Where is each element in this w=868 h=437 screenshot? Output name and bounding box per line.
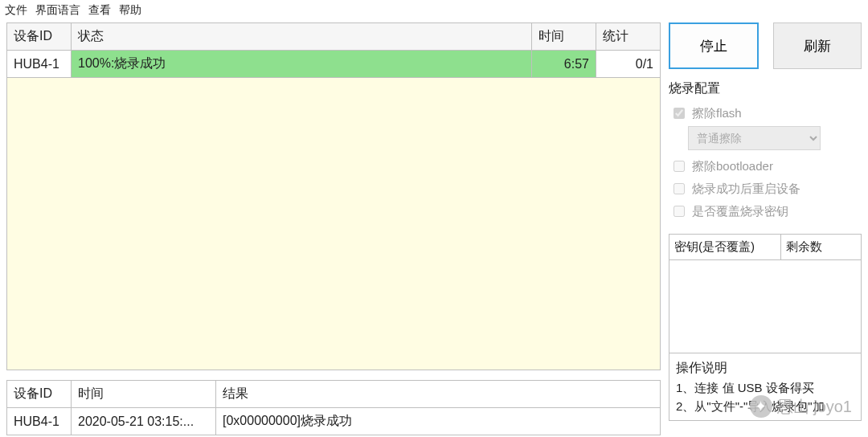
chk-erase-bootloader-input[interactable]	[674, 161, 685, 172]
log-row[interactable]: HUB4-1 2020-05-21 03:15:... [0x00000000]…	[7, 408, 661, 435]
table-row[interactable]: HUB4-1 100%:烧录成功 6:57 0/1	[7, 51, 661, 78]
chk-overwrite-key-input[interactable]	[674, 206, 685, 217]
chk-reboot-label: 烧录成功后重启设备	[692, 182, 800, 197]
cell-device-id: HUB4-1	[7, 51, 72, 78]
cell-status: 100%:烧录成功	[72, 51, 532, 78]
chk-erase-bootloader[interactable]: 擦除bootloader	[669, 155, 862, 178]
log-table: 设备ID 时间 结果 HUB4-1 2020-05-21 03:15:... […	[6, 380, 661, 435]
log-col-id[interactable]: 设备ID	[7, 381, 72, 408]
chk-reboot[interactable]: 烧录成功后重启设备	[669, 178, 862, 200]
erase-mode-select[interactable]: 普通擦除	[688, 126, 821, 150]
key-table-body[interactable]	[669, 260, 862, 353]
menubar: 文件 界面语言 查看 帮助	[0, 0, 868, 22]
refresh-button[interactable]: 刷新	[773, 22, 862, 69]
log-col-result[interactable]: 结果	[216, 381, 661, 408]
key-table: 密钥(是否覆盖) 剩余数	[669, 234, 862, 260]
log-cell-result: [0x00000000]烧录成功	[216, 408, 661, 435]
key-col-remain[interactable]: 剩余数	[780, 235, 861, 260]
log-cell-id: HUB4-1	[7, 408, 72, 435]
help-line-1: 1、连接 值 USB 设备得买	[676, 379, 854, 398]
menu-file[interactable]: 文件	[5, 3, 27, 18]
device-table: 设备ID 状态 时间 统计 HUB4-1 100%:烧录成功 6:57 0/1	[6, 22, 661, 78]
key-col-name[interactable]: 密钥(是否覆盖)	[669, 235, 781, 260]
log-col-time[interactable]: 时间	[72, 381, 216, 408]
config-title: 烧录配置	[669, 80, 862, 97]
cell-time: 6:57	[532, 51, 596, 78]
chk-reboot-input[interactable]	[674, 183, 685, 194]
chk-erase-flash-input[interactable]	[674, 108, 685, 119]
stop-button[interactable]: 停止	[669, 22, 759, 69]
device-table-body[interactable]	[6, 78, 661, 370]
chk-erase-flash-label: 擦除flash	[692, 106, 742, 121]
menu-help[interactable]: 帮助	[119, 3, 141, 18]
chk-erase-bootloader-label: 擦除bootloader	[692, 159, 773, 174]
chk-erase-flash[interactable]: 擦除flash	[669, 102, 862, 125]
col-stat[interactable]: 统计	[596, 23, 661, 51]
log-cell-time: 2020-05-21 03:15:...	[72, 408, 216, 435]
help-box: 操作说明 1、连接 值 USB 设备得买 2、从"文件"-"导入烧录包"加	[669, 353, 862, 421]
help-line-2: 2、从"文件"-"导入烧录包"加	[676, 398, 854, 416]
cell-stat: 0/1	[596, 51, 661, 78]
menu-view[interactable]: 查看	[88, 3, 111, 18]
burn-config-group: 烧录配置 擦除flash 普通擦除 擦除bootloader 烧录成功后重启设备…	[669, 80, 862, 223]
chk-overwrite-key[interactable]: 是否覆盖烧录密钥	[669, 200, 862, 223]
chk-overwrite-key-label: 是否覆盖烧录密钥	[692, 204, 788, 219]
menu-lang[interactable]: 界面语言	[35, 3, 80, 18]
help-title: 操作说明	[676, 358, 854, 378]
col-device-id[interactable]: 设备ID	[7, 23, 72, 51]
col-status[interactable]: 状态	[72, 23, 532, 51]
col-time[interactable]: 时间	[532, 23, 596, 51]
